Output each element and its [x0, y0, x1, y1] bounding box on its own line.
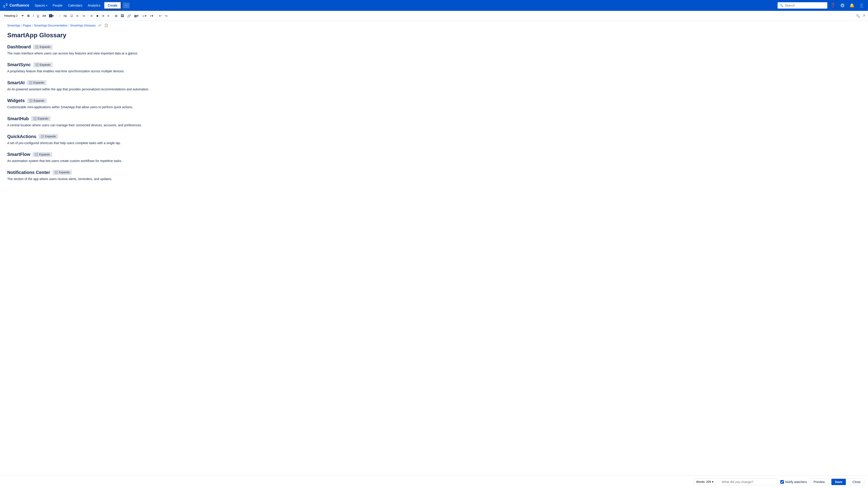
insert-button[interactable]: +▾ [148, 13, 154, 19]
link-button[interactable]: 🔗 [126, 13, 132, 19]
svg-rect-27 [37, 155, 37, 156]
expando-button-0[interactable]: Expando [33, 44, 53, 50]
svg-rect-3 [37, 47, 38, 48]
entry-desc-4: A central location where users can manag… [7, 123, 196, 128]
expando-label-1: Expando [40, 63, 51, 66]
expando-icon-3 [29, 99, 33, 102]
indent-less-button[interactable]: ⇤ [75, 13, 81, 19]
expando-button-7[interactable]: Expando [53, 170, 72, 175]
breadcrumb-pages[interactable]: Pages [23, 24, 31, 27]
svg-rect-12 [30, 100, 31, 101]
heading-select[interactable]: Heading 2 Heading 1 Heading 3 Normal tex… [2, 13, 25, 19]
svg-rect-0 [36, 46, 37, 47]
svg-rect-9 [31, 82, 32, 83]
expando-icon-4 [33, 117, 37, 120]
more-button[interactable]: ··· [123, 2, 129, 8]
breadcrumb-sep-3: / [68, 24, 69, 27]
toolbar-divider-4 [156, 13, 156, 19]
page-content: SmartApp Glossary Dashboard Expando The … [0, 28, 204, 206]
breadcrumb: SmartApp / Pages / SmartApp Documentatio… [0, 21, 868, 28]
expando-label-7: Expando [59, 171, 70, 174]
search-icon: 🔍 [779, 4, 783, 7]
expando-icon-5 [41, 135, 44, 138]
help-toolbar-button[interactable]: ? [862, 13, 866, 19]
underline-button[interactable]: U [35, 13, 40, 19]
image-button[interactable]: 🖼 [119, 13, 125, 19]
expando-button-1[interactable]: Expando [33, 62, 53, 67]
toolbar-divider-3 [112, 13, 112, 19]
top-nav: Confluence Spaces ▾ People Calendars Ana… [0, 0, 868, 11]
entry-title-2: SmartAI [7, 80, 25, 86]
text-color-button[interactable]: A▾ [41, 13, 47, 19]
glossary-entry-1: SmartSync Expando A proprietary feature … [7, 62, 196, 74]
svg-rect-7 [37, 65, 38, 66]
help-button[interactable]: ❓ [829, 2, 837, 9]
breadcrumb-smartapp-doc[interactable]: SmartApp Documentation [34, 24, 68, 27]
glossary-entry-6: SmartFlow Expando An automation system t… [7, 152, 196, 163]
svg-rect-4 [36, 64, 37, 65]
nav-calendars[interactable]: Calendars [66, 3, 84, 8]
expando-icon-0 [35, 45, 38, 48]
align-justify-button[interactable]: ≡ [106, 13, 111, 19]
italic-button[interactable]: I [31, 13, 35, 19]
entry-heading-0: Dashboard Expando [7, 44, 196, 50]
align-center-button[interactable]: ■ [95, 13, 100, 19]
svg-rect-16 [34, 118, 35, 119]
breadcrumb-current[interactable]: SmartApp Glossary [70, 24, 96, 27]
search-toolbar-button[interactable]: 🔍 [855, 13, 861, 19]
entry-heading-2: SmartAI Expando [7, 80, 196, 86]
tag-icon[interactable]: 🏷 [98, 24, 101, 27]
entry-desc-1: A proprietary feature that enables real-… [7, 69, 196, 74]
entry-heading-1: SmartSync Expando [7, 62, 196, 67]
entry-heading-7: Notifications Center Expando [7, 170, 196, 175]
spaces-chevron-icon: ▾ [46, 4, 47, 7]
avatar-button[interactable]: 👤 [858, 2, 865, 9]
redo-button[interactable]: ↪ [163, 13, 169, 19]
svg-rect-21 [43, 135, 43, 136]
toolbar-divider-2 [88, 13, 88, 19]
svg-rect-18 [34, 119, 35, 120]
entry-heading-4: SmartHub Expando [7, 116, 196, 121]
entry-heading-5: QuickActions Expando [7, 134, 196, 139]
entry-title-0: Dashboard [7, 44, 31, 50]
expando-button-6[interactable]: Expando [33, 152, 52, 157]
create-button[interactable]: Create [104, 2, 121, 9]
entry-title-1: SmartSync [7, 62, 31, 67]
confluence-logo[interactable]: Confluence [3, 3, 29, 8]
bullet-list-button[interactable]: ⁝ [58, 13, 62, 19]
align-left-button[interactable]: ⇤ [89, 13, 95, 19]
expando-button-2[interactable]: Expando [27, 80, 46, 85]
expando-icon-1 [35, 63, 39, 66]
expando-button-3[interactable]: Expando [27, 98, 46, 103]
ordered-list-button[interactable]: № [62, 13, 68, 19]
entry-title-4: SmartHub [7, 116, 29, 121]
indent-more-button[interactable]: ⇥ [81, 13, 86, 19]
glossary-entry-0: Dashboard Expando The main interface whe… [7, 44, 196, 56]
copy-icon[interactable]: 📋 [104, 24, 108, 27]
expando-button-4[interactable]: Expando [31, 116, 51, 121]
nav-analytics[interactable]: Analytics [86, 3, 102, 8]
undo-button[interactable]: ↩ [158, 13, 163, 19]
search-input[interactable] [778, 2, 827, 8]
table-button[interactable]: ▦▾ [133, 13, 140, 19]
notifications-button[interactable]: 🔔 [848, 2, 856, 9]
expand-button[interactable]: ⊞ [114, 13, 119, 19]
svg-rect-14 [30, 101, 31, 102]
nav-spaces[interactable]: Spaces ▾ [33, 3, 49, 8]
expando-label-5: Expando [45, 135, 56, 138]
svg-rect-22 [41, 137, 42, 137]
emoji-button[interactable]: ☺▾ [141, 13, 148, 19]
task-list-button[interactable]: ☑ [69, 13, 74, 19]
nav-people[interactable]: People [51, 3, 64, 8]
text-style-button[interactable]: 🅰▾ [48, 13, 55, 19]
expando-icon-2 [29, 81, 32, 84]
settings-button[interactable]: ⚙️ [839, 2, 846, 9]
glossary-entry-2: SmartAI Expando An AI-powered assistant … [7, 80, 196, 92]
glossary-entry-7: Notifications Center Expando The section… [7, 170, 196, 182]
breadcrumb-smartapp[interactable]: SmartApp [7, 24, 20, 27]
align-right-button[interactable]: ⇥ [100, 13, 105, 19]
glossary-entry-4: SmartHub Expando A central location wher… [7, 116, 196, 128]
bold-button[interactable]: B [26, 13, 31, 19]
expando-button-5[interactable]: Expando [39, 134, 58, 139]
svg-rect-23 [43, 137, 43, 137]
